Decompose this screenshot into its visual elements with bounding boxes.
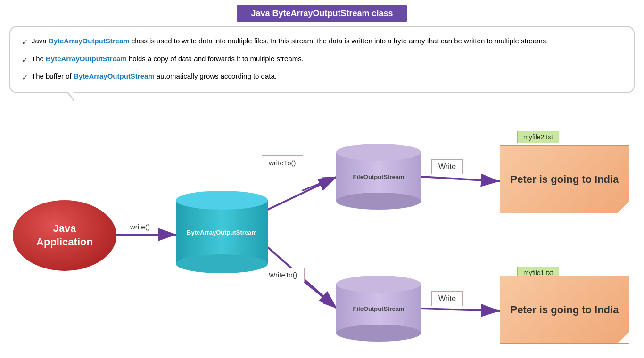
svg-line-2 [268, 177, 337, 210]
diagram-area: JavaApplication write() ByteArrayOutputS… [0, 127, 644, 358]
byte-array-cylinder: ByteArrayOutputStream [176, 191, 268, 273]
checkmark-2: ✓ [22, 54, 28, 66]
write-btn-top-label: Write [438, 163, 456, 171]
write-btn-bottom-label: Write [438, 294, 456, 302]
file-out-top-label: FileOutputStream [353, 173, 404, 180]
write-to-bottom-label: WriteTo() [269, 271, 297, 279]
svg-line-6 [302, 177, 337, 191]
peter-top-text: Peter is going to India [511, 173, 619, 186]
cyl-top-bottom [336, 276, 421, 293]
write-label-box: write() [124, 220, 156, 234]
peter-top-box: Peter is going to India [500, 145, 629, 213]
cyl-bottom-bottom [336, 325, 421, 342]
checkmark-1: ✓ [22, 36, 28, 49]
cyl-top-main [176, 191, 268, 210]
java-application: JavaApplication [13, 200, 116, 271]
write-button-top: Write [431, 159, 463, 174]
bullet-1-text: Java ByteArrayOutputStream class is used… [32, 35, 548, 47]
file-output-stream-bottom: FileOutputStream [336, 276, 421, 342]
file-output-stream-top: FileOutputStream [336, 144, 421, 210]
svg-line-5 [421, 309, 500, 311]
byte-array-label: ByteArrayOutputStream [187, 228, 257, 236]
cyl-bottom-top [336, 193, 421, 210]
peter-bottom-text: Peter is going to India [511, 304, 619, 316]
myfile2-text: myfile2.txt [523, 133, 553, 141]
file-out-bottom-label: FileOutputStream [353, 305, 404, 312]
checkmark-3: ✓ [22, 72, 28, 84]
info-box: ✓ Java ByteArrayOutputStream class is us… [9, 26, 635, 93]
write-label: write() [130, 223, 150, 231]
write-to-bottom-box: WriteTo() [262, 268, 305, 282]
myfile2-label: myfile2.txt [517, 131, 559, 143]
bullet-1: ✓ Java ByteArrayOutputStream class is us… [22, 35, 622, 49]
peter-bottom-box: Peter is going to India [500, 276, 629, 344]
bullet-2-text: The ByteArrayOutputStream holds a copy o… [32, 53, 304, 65]
bullet-3: ✓ The buffer of ByteArrayOutputStream au… [22, 71, 622, 84]
cyl-top-top [336, 144, 421, 161]
cyl-bottom-main [176, 254, 268, 273]
bullet-2: ✓ The ByteArrayOutputStream holds a copy… [22, 53, 622, 66]
svg-line-4 [421, 177, 500, 181]
write-to-top-label: writeTo() [269, 159, 296, 167]
write-to-top-box: writeTo() [262, 155, 303, 170]
java-app-label: JavaApplication [36, 222, 93, 249]
page-title: Java ByteArrayOutputStream class [237, 5, 407, 22]
bullet-3-text: The buffer of ByteArrayOutputStream auto… [32, 71, 277, 82]
write-button-bottom: Write [431, 291, 463, 306]
svg-line-7 [302, 280, 337, 309]
